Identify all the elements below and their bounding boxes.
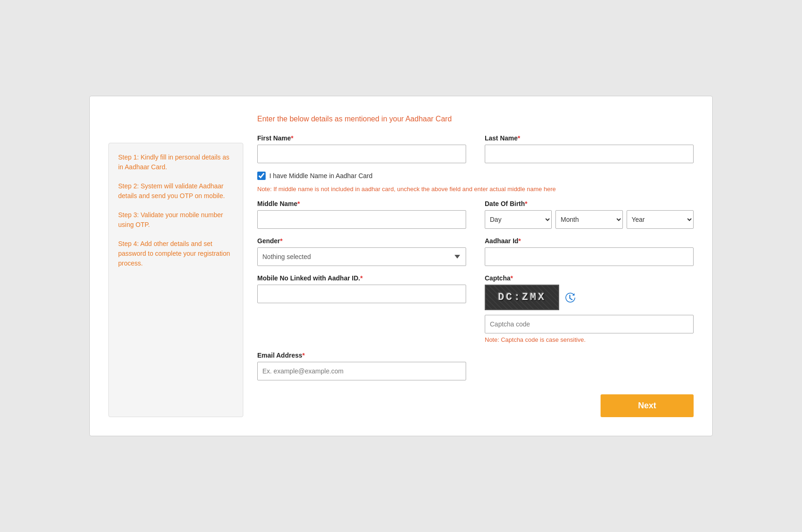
captcha-image-row: DC:ZMX xyxy=(485,285,694,310)
dob-selects: Day Month Year xyxy=(485,210,694,229)
gender-aadhaar-row: Gender* Nothing selected Male Female Oth… xyxy=(257,237,694,266)
mobile-group: Mobile No Linked with Aadhar ID.* xyxy=(257,274,466,343)
sidebar-step-3: Step 3: Validate your mobile number usin… xyxy=(118,210,234,230)
next-btn-row: Next xyxy=(257,394,694,417)
main-layout: Step 1: Kindly fill in personal details … xyxy=(108,115,694,418)
gender-select[interactable]: Nothing selected Male Female Other xyxy=(257,247,466,266)
sidebar: Step 1: Kindly fill in personal details … xyxy=(108,143,243,418)
last-name-label: Last Name* xyxy=(485,134,694,142)
email-row: Email Address* xyxy=(257,352,694,380)
mobile-label: Mobile No Linked with Aadhar ID.* xyxy=(257,274,466,282)
gender-label: Gender* xyxy=(257,237,466,245)
captcha-text: DC:ZMX xyxy=(498,292,546,303)
sidebar-step-4: Step 4: Add other details and set passwo… xyxy=(118,239,234,268)
captcha-group: Captcha* DC:ZMX xyxy=(485,274,694,343)
dob-year-select[interactable]: Year xyxy=(627,210,694,229)
mobile-input[interactable] xyxy=(257,285,466,303)
page-container: Step 1: Kindly fill in personal details … xyxy=(89,96,713,437)
middle-name-checkbox-label: I have Middle Name in Aadhar Card xyxy=(269,172,373,180)
captcha-label: Captcha* xyxy=(485,274,694,282)
dob-day-select[interactable]: Day xyxy=(485,210,552,229)
aadhaar-group: Aadhaar Id* xyxy=(485,237,694,266)
mobile-required: * xyxy=(360,274,362,282)
first-name-group: First Name* xyxy=(257,134,466,163)
email-group: Email Address* xyxy=(257,352,466,380)
sidebar-step-4-prefix: Step 4: xyxy=(118,240,140,247)
name-row: First Name* Last Name* xyxy=(257,134,694,163)
middle-name-group: Middle Name* xyxy=(257,200,466,229)
form-area: Enter the below details as mentioned in … xyxy=(257,115,694,418)
middle-name-checkbox-row: I have Middle Name in Aadhar Card xyxy=(257,172,694,180)
middle-name-required: * xyxy=(297,200,300,207)
first-name-label: First Name* xyxy=(257,134,466,142)
form-title: Enter the below details as mentioned in … xyxy=(257,115,694,123)
email-required: * xyxy=(302,352,305,359)
mobile-captcha-row: Mobile No Linked with Aadhar ID.* Captch… xyxy=(257,274,694,343)
first-name-required: * xyxy=(291,134,293,142)
sidebar-step-2-prefix: Step 2: xyxy=(118,182,140,190)
middle-name-checkbox[interactable] xyxy=(257,172,266,180)
aadhaar-required: * xyxy=(518,237,521,245)
dob-month-select[interactable]: Month xyxy=(555,210,622,229)
last-name-required: * xyxy=(518,134,520,142)
middle-name-label: Middle Name* xyxy=(257,200,466,207)
middle-name-note: Note: If middle name is not included in … xyxy=(257,185,694,194)
middle-name-input[interactable] xyxy=(257,210,466,229)
sidebar-step-3-prefix: Step 3: xyxy=(118,211,140,219)
last-name-input[interactable] xyxy=(485,145,694,163)
email-label: Email Address* xyxy=(257,352,466,359)
dob-group: Date Of Birth* Day Month Year xyxy=(485,200,694,229)
sidebar-step-2: Step 2: System will validate Aadhaar det… xyxy=(118,181,234,201)
captcha-required: * xyxy=(510,274,513,282)
sidebar-step-1: Step 1: Kindly fill in personal details … xyxy=(118,153,234,172)
aadhaar-label: Aadhaar Id* xyxy=(485,237,694,245)
middle-dob-row: Middle Name* Date Of Birth* Day Month xyxy=(257,200,694,229)
dob-required: * xyxy=(525,200,527,207)
refresh-icon xyxy=(564,291,577,304)
aadhaar-input[interactable] xyxy=(485,247,694,266)
first-name-input[interactable] xyxy=(257,145,466,163)
last-name-group: Last Name* xyxy=(485,134,694,163)
gender-required: * xyxy=(280,237,282,245)
captcha-refresh-button[interactable] xyxy=(564,291,577,304)
next-button[interactable]: Next xyxy=(601,394,694,417)
captcha-code-input[interactable] xyxy=(485,315,694,333)
email-input[interactable] xyxy=(257,362,466,380)
gender-group: Gender* Nothing selected Male Female Oth… xyxy=(257,237,466,266)
sidebar-step-1-prefix: Step 1: xyxy=(118,153,140,161)
email-spacer xyxy=(485,352,694,380)
dob-label: Date Of Birth* xyxy=(485,200,694,207)
captcha-note: Note: Captcha code is case sensitive. xyxy=(485,336,694,343)
captcha-image: DC:ZMX xyxy=(485,285,559,310)
